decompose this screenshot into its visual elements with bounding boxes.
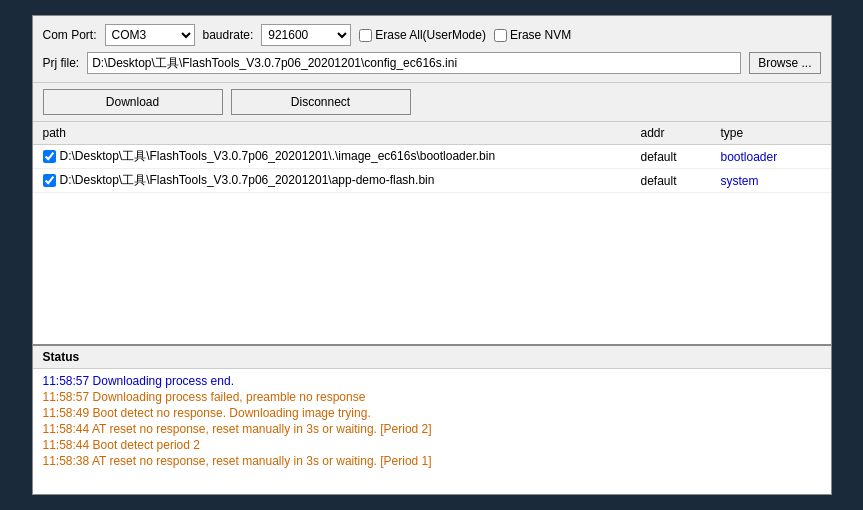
erase-nvm-label: Erase NVM bbox=[510, 28, 571, 42]
row-checkbox-1[interactable] bbox=[43, 150, 56, 163]
status-line: 11:58:49 Boot detect no response. Downlo… bbox=[43, 405, 821, 421]
row-type-1: bootloader bbox=[721, 150, 821, 164]
comport-label: Com Port: bbox=[43, 28, 97, 42]
row-path-2: D:\Desktop\工具\FlashTools_V3.0.7p06_20201… bbox=[43, 172, 641, 189]
erase-all-label: Erase All(UserMode) bbox=[375, 28, 486, 42]
row-path-text-1: D:\Desktop\工具\FlashTools_V3.0.7p06_20201… bbox=[60, 148, 496, 165]
disconnect-button[interactable]: Disconnect bbox=[231, 89, 411, 115]
browse-button[interactable]: Browse ... bbox=[749, 52, 820, 74]
row-addr-1: default bbox=[641, 150, 721, 164]
row-addr-2: default bbox=[641, 174, 721, 188]
table-row: D:\Desktop\工具\FlashTools_V3.0.7p06_20201… bbox=[33, 169, 831, 193]
prj-label: Prj file: bbox=[43, 56, 80, 70]
status-header: Status bbox=[33, 346, 831, 369]
status-line: 11:58:44 AT reset no response, reset man… bbox=[43, 421, 821, 437]
action-buttons-row: Download Disconnect bbox=[33, 83, 831, 122]
prj-row: Prj file: Browse ... bbox=[43, 52, 821, 74]
status-line: 11:58:38 AT reset no response, reset man… bbox=[43, 453, 821, 469]
prj-input[interactable] bbox=[87, 52, 741, 74]
row-checkbox-2[interactable] bbox=[43, 174, 56, 187]
col-path-header: path bbox=[43, 126, 641, 140]
comport-select[interactable]: COM3 COM1 COM2 COM4 bbox=[105, 24, 195, 46]
table-header: path addr type bbox=[33, 122, 831, 145]
col-type-header: type bbox=[721, 126, 821, 140]
row-type-2: system bbox=[721, 174, 821, 188]
table-row: D:\Desktop\工具\FlashTools_V3.0.7p06_20201… bbox=[33, 145, 831, 169]
col-addr-header: addr bbox=[641, 126, 721, 140]
erase-nvm-checkbox[interactable] bbox=[494, 29, 507, 42]
erase-nvm-checkbox-label[interactable]: Erase NVM bbox=[494, 28, 571, 42]
row-path-1: D:\Desktop\工具\FlashTools_V3.0.7p06_20201… bbox=[43, 148, 641, 165]
download-button[interactable]: Download bbox=[43, 89, 223, 115]
erase-all-checkbox-label[interactable]: Erase All(UserMode) bbox=[359, 28, 486, 42]
erase-all-checkbox[interactable] bbox=[359, 29, 372, 42]
toolbar: Com Port: COM3 COM1 COM2 COM4 baudrate: … bbox=[33, 16, 831, 83]
baudrate-select[interactable]: 921600 115200 9600 bbox=[261, 24, 351, 46]
status-line: 11:58:57 Downloading process end. bbox=[43, 373, 821, 389]
baudrate-label: baudrate: bbox=[203, 28, 254, 42]
file-table: path addr type D:\Desktop\工具\FlashTools_… bbox=[33, 122, 831, 344]
status-panel: Status 11:58:57 Downloading process end.… bbox=[33, 344, 831, 494]
status-line: 11:58:44 Boot detect period 2 bbox=[43, 437, 821, 453]
status-line: 11:58:57 Downloading process failed, pre… bbox=[43, 389, 821, 405]
main-window: Com Port: COM3 COM1 COM2 COM4 baudrate: … bbox=[32, 15, 832, 495]
row-path-text-2: D:\Desktop\工具\FlashTools_V3.0.7p06_20201… bbox=[60, 172, 435, 189]
top-row: Com Port: COM3 COM1 COM2 COM4 baudrate: … bbox=[43, 24, 821, 46]
status-content[interactable]: 11:58:57 Downloading process end. 11:58:… bbox=[33, 369, 831, 494]
